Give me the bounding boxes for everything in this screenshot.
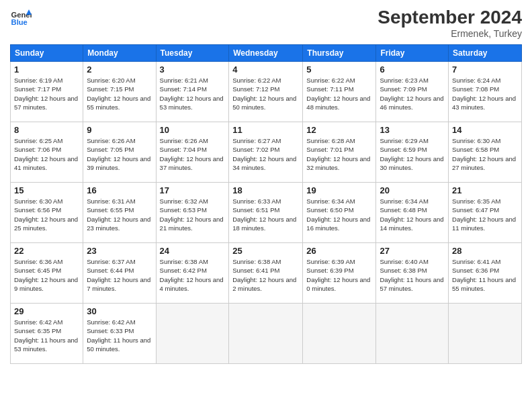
table-row: 30Sunrise: 6:42 AMSunset: 6:33 PMDayligh… xyxy=(83,304,156,364)
day-info: Sunrise: 6:40 AMSunset: 6:38 PMDaylight:… xyxy=(380,258,443,292)
table-row: 1Sunrise: 6:19 AMSunset: 7:17 PMDaylight… xyxy=(11,62,83,122)
day-info: Sunrise: 6:35 AMSunset: 6:47 PMDaylight:… xyxy=(452,197,516,232)
day-info: Sunrise: 6:34 AMSunset: 6:50 PMDaylight:… xyxy=(306,197,370,232)
table-row: 2Sunrise: 6:20 AMSunset: 7:15 PMDaylight… xyxy=(83,62,156,122)
day-number: 26 xyxy=(306,246,372,256)
day-number: 20 xyxy=(380,185,445,195)
calendar-row: 1Sunrise: 6:19 AMSunset: 7:17 PMDaylight… xyxy=(11,62,522,122)
table-row: 10Sunrise: 6:26 AMSunset: 7:04 PMDayligh… xyxy=(156,122,229,183)
day-number: 30 xyxy=(87,306,152,316)
header-friday: Friday xyxy=(376,45,449,62)
day-number: 14 xyxy=(452,125,518,135)
day-number: 2 xyxy=(87,64,152,75)
day-info: Sunrise: 6:27 AMSunset: 7:02 PMDaylight:… xyxy=(232,137,296,171)
table-row: 5Sunrise: 6:22 AMSunset: 7:11 PMDaylight… xyxy=(303,62,376,122)
table-row: 6Sunrise: 6:23 AMSunset: 7:09 PMDaylight… xyxy=(376,62,449,122)
day-info: Sunrise: 6:41 AMSunset: 6:36 PMDaylight:… xyxy=(452,258,516,292)
day-number: 17 xyxy=(160,185,226,195)
day-number: 19 xyxy=(306,185,372,195)
day-info: Sunrise: 6:42 AMSunset: 6:33 PMDaylight:… xyxy=(87,318,150,353)
table-row: 7Sunrise: 6:24 AMSunset: 7:08 PMDaylight… xyxy=(449,62,522,122)
header-tuesday: Tuesday xyxy=(156,45,229,62)
weekday-header-row: Sunday Monday Tuesday Wednesday Thursday… xyxy=(11,45,522,62)
table-row: 23Sunrise: 6:37 AMSunset: 6:44 PMDayligh… xyxy=(83,243,156,304)
day-info: Sunrise: 6:26 AMSunset: 7:04 PMDaylight:… xyxy=(160,137,224,171)
day-info: Sunrise: 6:30 AMSunset: 6:56 PMDaylight:… xyxy=(14,197,78,232)
day-number: 18 xyxy=(232,185,299,195)
table-row: 29Sunrise: 6:42 AMSunset: 6:35 PMDayligh… xyxy=(11,304,83,364)
table-row: 28Sunrise: 6:41 AMSunset: 6:36 PMDayligh… xyxy=(449,243,522,304)
header-monday: Monday xyxy=(83,45,156,62)
day-number: 13 xyxy=(380,125,445,135)
page: General Blue September 2024 Ermenek, Tur… xyxy=(0,0,532,411)
header: General Blue September 2024 Ermenek, Tur… xyxy=(10,7,522,39)
day-number: 28 xyxy=(452,246,518,256)
day-number: 11 xyxy=(232,125,299,135)
day-info: Sunrise: 6:26 AMSunset: 7:05 PMDaylight:… xyxy=(87,137,150,171)
table-row: 4Sunrise: 6:22 AMSunset: 7:12 PMDaylight… xyxy=(229,62,303,122)
logo: General Blue xyxy=(10,7,34,28)
table-row xyxy=(376,304,449,364)
day-number: 6 xyxy=(380,64,445,75)
table-row: 13Sunrise: 6:29 AMSunset: 6:59 PMDayligh… xyxy=(376,122,449,183)
table-row xyxy=(229,304,303,364)
header-wednesday: Wednesday xyxy=(229,45,303,62)
day-number: 16 xyxy=(87,185,152,195)
day-number: 22 xyxy=(14,246,79,256)
calendar-table: Sunday Monday Tuesday Wednesday Thursday… xyxy=(10,44,522,364)
table-row: 9Sunrise: 6:26 AMSunset: 7:05 PMDaylight… xyxy=(83,122,156,183)
day-info: Sunrise: 6:37 AMSunset: 6:44 PMDaylight:… xyxy=(87,258,150,292)
table-row: 15Sunrise: 6:30 AMSunset: 6:56 PMDayligh… xyxy=(11,183,83,243)
day-number: 1 xyxy=(14,64,79,75)
day-info: Sunrise: 6:20 AMSunset: 7:15 PMDaylight:… xyxy=(87,77,150,111)
table-row xyxy=(303,304,376,364)
day-info: Sunrise: 6:21 AMSunset: 7:14 PMDaylight:… xyxy=(160,77,224,111)
table-row: 14Sunrise: 6:30 AMSunset: 6:58 PMDayligh… xyxy=(449,122,522,183)
day-number: 29 xyxy=(14,306,79,316)
table-row: 8Sunrise: 6:25 AMSunset: 7:06 PMDaylight… xyxy=(11,122,83,183)
table-row: 16Sunrise: 6:31 AMSunset: 6:55 PMDayligh… xyxy=(83,183,156,243)
header-sunday: Sunday xyxy=(11,45,83,62)
table-row: 3Sunrise: 6:21 AMSunset: 7:14 PMDaylight… xyxy=(156,62,229,122)
table-row: 27Sunrise: 6:40 AMSunset: 6:38 PMDayligh… xyxy=(376,243,449,304)
day-info: Sunrise: 6:31 AMSunset: 6:55 PMDaylight:… xyxy=(87,197,150,232)
table-row: 18Sunrise: 6:33 AMSunset: 6:51 PMDayligh… xyxy=(229,183,303,243)
day-info: Sunrise: 6:23 AMSunset: 7:09 PMDaylight:… xyxy=(380,77,443,111)
day-info: Sunrise: 6:32 AMSunset: 6:53 PMDaylight:… xyxy=(160,197,224,232)
day-number: 25 xyxy=(232,246,299,256)
location: Ermenek, Turkey xyxy=(378,28,522,39)
day-info: Sunrise: 6:22 AMSunset: 7:11 PMDaylight:… xyxy=(306,77,370,111)
calendar-row: 15Sunrise: 6:30 AMSunset: 6:56 PMDayligh… xyxy=(11,183,522,243)
day-number: 27 xyxy=(380,246,445,256)
table-row: 25Sunrise: 6:38 AMSunset: 6:41 PMDayligh… xyxy=(229,243,303,304)
day-info: Sunrise: 6:34 AMSunset: 6:48 PMDaylight:… xyxy=(380,197,443,232)
logo-icon: General Blue xyxy=(10,7,32,28)
day-number: 4 xyxy=(232,64,299,75)
day-info: Sunrise: 6:19 AMSunset: 7:17 PMDaylight:… xyxy=(14,77,78,111)
day-number: 3 xyxy=(160,64,226,75)
day-info: Sunrise: 6:22 AMSunset: 7:12 PMDaylight:… xyxy=(232,77,296,111)
table-row: 26Sunrise: 6:39 AMSunset: 6:39 PMDayligh… xyxy=(303,243,376,304)
table-row: 24Sunrise: 6:38 AMSunset: 6:42 PMDayligh… xyxy=(156,243,229,304)
month-title: September 2024 xyxy=(378,7,522,28)
day-info: Sunrise: 6:30 AMSunset: 6:58 PMDaylight:… xyxy=(452,137,516,171)
svg-text:Blue: Blue xyxy=(11,18,28,26)
day-number: 24 xyxy=(160,246,226,256)
table-row: 17Sunrise: 6:32 AMSunset: 6:53 PMDayligh… xyxy=(156,183,229,243)
day-number: 9 xyxy=(87,125,152,135)
day-number: 5 xyxy=(306,64,372,75)
day-info: Sunrise: 6:36 AMSunset: 6:45 PMDaylight:… xyxy=(14,258,78,292)
table-row: 11Sunrise: 6:27 AMSunset: 7:02 PMDayligh… xyxy=(229,122,303,183)
day-info: Sunrise: 6:29 AMSunset: 6:59 PMDaylight:… xyxy=(380,137,443,171)
day-info: Sunrise: 6:28 AMSunset: 7:01 PMDaylight:… xyxy=(306,137,370,171)
table-row: 21Sunrise: 6:35 AMSunset: 6:47 PMDayligh… xyxy=(449,183,522,243)
day-info: Sunrise: 6:38 AMSunset: 6:42 PMDaylight:… xyxy=(160,258,224,292)
header-thursday: Thursday xyxy=(303,45,376,62)
table-row xyxy=(156,304,229,364)
day-info: Sunrise: 6:38 AMSunset: 6:41 PMDaylight:… xyxy=(232,258,296,292)
day-number: 8 xyxy=(14,125,79,135)
day-number: 12 xyxy=(306,125,372,135)
day-info: Sunrise: 6:33 AMSunset: 6:51 PMDaylight:… xyxy=(232,197,296,232)
title-block: September 2024 Ermenek, Turkey xyxy=(378,7,522,39)
header-saturday: Saturday xyxy=(449,45,522,62)
